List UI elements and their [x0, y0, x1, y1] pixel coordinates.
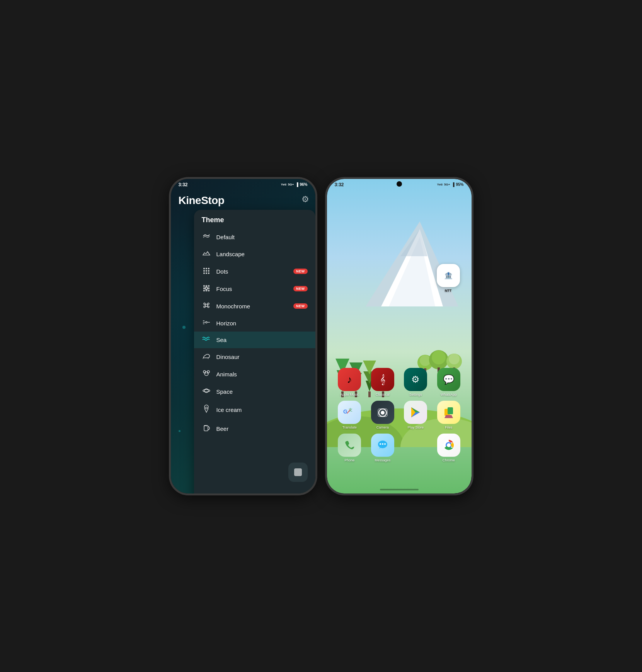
- space-icon: [202, 387, 211, 396]
- play-store-icon: [404, 401, 427, 424]
- svg-point-72: [381, 411, 385, 415]
- menu-label-horizon: Horizon: [216, 320, 308, 327]
- svg-point-6: [203, 272, 205, 274]
- menu-item-default[interactable]: Default: [194, 229, 315, 245]
- menu-item-dots[interactable]: Dots NEW: [194, 263, 315, 280]
- app-apple-music[interactable]: ♪ Apple Music: [335, 368, 365, 397]
- svg-point-12: [203, 288, 204, 289]
- svg-point-87: [384, 443, 386, 445]
- menu-item-icecream[interactable]: Ice cream: [194, 400, 315, 419]
- menu-label-landscape: Landscape: [216, 251, 308, 257]
- apple-music-label: Apple Music: [340, 393, 359, 397]
- menu-label-dinosaur: Dinosaur: [216, 354, 308, 360]
- menu-item-sea[interactable]: Sea: [194, 332, 315, 348]
- floating-app-ntt[interactable]: 🏦 NTT: [437, 264, 460, 293]
- menu-item-space[interactable]: Space: [194, 383, 315, 400]
- power-button[interactable]: [315, 256, 317, 283]
- app-title: KineStop: [179, 194, 308, 207]
- status-battery-1: 96%: [300, 182, 307, 187]
- svg-point-15: [203, 290, 204, 291]
- new-badge-dots: NEW: [293, 269, 308, 274]
- status-network-2: Yeti: [437, 183, 443, 186]
- menu-item-beer[interactable]: Beer: [194, 419, 315, 438]
- svg-point-0: [203, 268, 205, 269]
- phone-1: 3:32 Yeti 5G+ ▐ 96% ⚙ KineStop Theme: [170, 178, 317, 495]
- svg-point-19: [208, 303, 209, 305]
- app-messages[interactable]: Messages: [368, 434, 398, 463]
- menu-label-space: Space: [216, 388, 308, 395]
- dots-icon: [202, 267, 211, 276]
- messages-icon: [371, 434, 394, 457]
- app-chrome[interactable]: Chrome: [434, 434, 464, 463]
- app-classical[interactable]: 𝄞 Classical: [368, 368, 398, 397]
- svg-point-5: [208, 270, 209, 272]
- status-bar-1: 3:32 Yeti 5G+ ▐ 96%: [171, 179, 315, 189]
- play-store-label: Play Store: [407, 425, 424, 430]
- whatsapp-label: WhatsApp: [441, 393, 457, 397]
- svg-point-90: [447, 443, 451, 447]
- svg-point-29: [203, 371, 206, 373]
- app-header: KineStop: [179, 194, 308, 207]
- status-network-1: Yeti: [281, 183, 286, 186]
- menu-item-animals[interactable]: Animals: [194, 366, 315, 383]
- menu-label-icecream: Ice cream: [216, 407, 308, 413]
- svg-point-8: [208, 272, 209, 274]
- new-badge-focus: NEW: [293, 286, 308, 291]
- fab-button[interactable]: [288, 463, 308, 482]
- status-right-2: Yeti 5G+ ▐ 95%: [437, 182, 464, 187]
- chrome-icon: [437, 434, 460, 457]
- status-5g-1: 5G+: [288, 183, 294, 186]
- app-row-2: G 文 Translate: [335, 401, 464, 430]
- svg-point-3: [203, 270, 205, 272]
- svg-point-20: [204, 306, 205, 308]
- apple-music-icon: ♪: [338, 368, 361, 391]
- menu-item-monochrome[interactable]: Monochrome NEW: [194, 298, 315, 315]
- chrome-label: Chrome: [443, 458, 455, 463]
- app-files[interactable]: Files: [434, 401, 464, 430]
- menu-item-landscape[interactable]: Landscape: [194, 245, 315, 263]
- svg-point-24: [206, 322, 207, 323]
- menu-item-focus[interactable]: Focus NEW: [194, 280, 315, 298]
- app-translate[interactable]: G 文 Translate: [335, 401, 365, 430]
- settings-icon[interactable]: ⚙: [301, 194, 309, 204]
- svg-point-22: [205, 304, 208, 306]
- status-right-1: Yeti 5G+ ▐ 96%: [281, 182, 308, 187]
- svg-point-11: [208, 285, 209, 286]
- translate-icon: G 文: [338, 401, 361, 424]
- app-empty: [401, 434, 431, 463]
- camera-notch: [397, 181, 402, 187]
- svg-point-60: [420, 355, 431, 366]
- app-camera[interactable]: Camera: [368, 401, 398, 430]
- status-signal-1: ▐: [295, 182, 298, 187]
- landscape-icon: [202, 250, 211, 259]
- menu-item-dinosaur[interactable]: Dinosaur: [194, 348, 315, 366]
- app-play-store[interactable]: Play Store: [401, 401, 431, 430]
- home-indicator-2: [380, 489, 419, 490]
- menu-label-monochrome: Monochrome: [216, 303, 288, 310]
- power-button-2[interactable]: [472, 256, 473, 283]
- svg-point-17: [208, 290, 209, 291]
- app-whatsapp[interactable]: 💬 WhatsApp: [434, 368, 464, 397]
- ntt-app-icon: 🏦: [437, 264, 460, 287]
- svg-point-1: [206, 268, 207, 269]
- svg-point-31: [205, 373, 206, 374]
- focus-icon: [202, 284, 211, 293]
- icecream-icon: [202, 405, 211, 415]
- menu-label-dots: Dots: [216, 268, 288, 275]
- app-settings[interactable]: ⚙ Settings: [401, 368, 431, 397]
- svg-text:G: G: [343, 408, 347, 415]
- menu-item-horizon[interactable]: Horizon: [194, 315, 315, 332]
- status-5g-2: 5G+: [444, 183, 450, 186]
- dinosaur-icon: [202, 352, 211, 361]
- menu-label-sea: Sea: [216, 337, 308, 343]
- status-battery-2: 95%: [456, 182, 463, 187]
- svg-point-85: [380, 443, 381, 445]
- app-phone[interactable]: Phone: [335, 434, 365, 463]
- monochrome-icon: [202, 302, 211, 311]
- menu-label-animals: Animals: [216, 371, 308, 378]
- svg-point-13: [205, 287, 208, 289]
- svg-point-2: [208, 268, 209, 269]
- phone-2: 3:32 Yeti 5G+ ▐ 95%: [326, 178, 473, 495]
- svg-rect-80: [448, 407, 453, 414]
- menu-label-beer: Beer: [216, 425, 308, 432]
